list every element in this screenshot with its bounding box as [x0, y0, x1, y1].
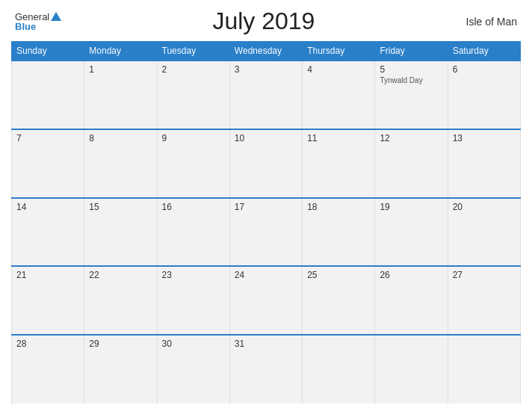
day-number: 7 [16, 133, 79, 143]
event-text: Tynwald Day [380, 76, 442, 84]
calendar-cell [303, 335, 375, 404]
day-number: 26 [380, 270, 442, 280]
day-number: 27 [453, 270, 516, 280]
calendar-cell: 20 [448, 198, 520, 267]
calendar-cell: 17 [229, 198, 302, 267]
calendar-week-row: 14151617181920 [12, 198, 521, 267]
weekday-header-monday: Monday [84, 42, 157, 61]
calendar-header: General Blue July 2019 Isle of Man [11, 7, 521, 35]
calendar-header-row: SundayMondayTuesdayWednesdayThursdayFrid… [12, 42, 521, 61]
calendar-cell [448, 335, 520, 404]
day-number: 16 [162, 202, 225, 212]
calendar-cell: 13 [448, 129, 520, 198]
day-number: 8 [89, 133, 152, 143]
calendar-cell: 10 [229, 129, 302, 198]
calendar-week-row: 12345Tynwald Day6 [12, 61, 521, 129]
calendar-cell: 28 [12, 335, 84, 404]
month-title: July 2019 [212, 7, 315, 35]
weekday-header-friday: Friday [375, 42, 448, 61]
calendar-cell: 6 [448, 61, 520, 129]
calendar-cell: 1 [84, 61, 157, 129]
calendar-cell: 21 [12, 266, 84, 335]
calendar-cell [375, 335, 448, 404]
calendar-cell: 18 [303, 198, 375, 267]
day-number: 31 [235, 339, 297, 349]
day-number: 4 [307, 64, 370, 75]
calendar-week-row: 21222324252627 [12, 266, 521, 335]
calendar-cell: 2 [157, 61, 229, 129]
day-number: 1 [89, 64, 152, 75]
day-number: 12 [380, 133, 442, 143]
calendar-cell: 12 [375, 129, 448, 198]
calendar-cell [12, 61, 84, 129]
weekday-header-sunday: Sunday [12, 42, 84, 61]
day-number: 23 [162, 270, 225, 280]
logo: General Blue [15, 12, 61, 31]
calendar-wrapper: General Blue July 2019 Isle of Man Sunda… [0, 0, 532, 411]
day-number: 3 [235, 64, 297, 75]
calendar-cell: 7 [12, 129, 84, 198]
logo-blue-text: Blue [15, 22, 36, 31]
calendar-week-row: 78910111213 [12, 129, 521, 198]
day-number: 29 [89, 339, 152, 349]
calendar-cell: 24 [229, 266, 302, 335]
day-number: 28 [16, 339, 79, 349]
day-number: 20 [453, 202, 516, 212]
calendar-body: 12345Tynwald Day678910111213141516171819… [12, 61, 521, 404]
calendar-cell: 19 [375, 198, 448, 267]
calendar-cell: 16 [157, 198, 229, 267]
calendar-cell: 8 [84, 129, 157, 198]
calendar-cell: 31 [229, 335, 302, 404]
day-number: 22 [89, 270, 152, 280]
day-number: 10 [235, 133, 297, 143]
calendar-cell: 11 [303, 129, 375, 198]
calendar-cell: 15 [84, 198, 157, 267]
day-number: 25 [307, 270, 370, 280]
day-number: 2 [162, 64, 225, 75]
logo-general-text: General [15, 12, 49, 22]
calendar-cell: 30 [157, 335, 229, 404]
day-number: 14 [16, 202, 79, 212]
calendar-cell: 14 [12, 198, 84, 267]
day-number: 24 [235, 270, 297, 280]
weekday-header-thursday: Thursday [303, 42, 375, 61]
calendar-cell: 22 [84, 266, 157, 335]
weekday-header-wednesday: Wednesday [229, 42, 302, 61]
day-number: 13 [453, 133, 516, 143]
day-number: 17 [235, 202, 297, 212]
day-number: 18 [307, 202, 370, 212]
calendar-cell: 27 [448, 266, 520, 335]
calendar-cell: 25 [303, 266, 375, 335]
calendar-table: SundayMondayTuesdayWednesdayThursdayFrid… [11, 41, 521, 404]
day-number: 11 [307, 133, 370, 143]
day-number: 5 [380, 64, 442, 75]
day-number: 9 [162, 133, 225, 143]
logo-triangle-icon [51, 12, 61, 21]
calendar-cell: 26 [375, 266, 448, 335]
calendar-cell: 9 [157, 129, 229, 198]
region-name: Isle of Man [466, 16, 517, 28]
calendar-week-row: 28293031 [12, 335, 521, 404]
calendar-cell: 5Tynwald Day [375, 61, 448, 129]
calendar-cell: 29 [84, 335, 157, 404]
day-number: 30 [162, 339, 225, 349]
day-number: 19 [380, 202, 442, 212]
calendar-cell: 3 [229, 61, 302, 129]
day-number: 21 [16, 270, 79, 280]
weekday-header-saturday: Saturday [448, 42, 520, 61]
day-number: 15 [89, 202, 152, 212]
day-number: 6 [453, 64, 516, 75]
calendar-cell: 23 [157, 266, 229, 335]
weekday-header-tuesday: Tuesday [157, 42, 229, 61]
calendar-cell: 4 [303, 61, 375, 129]
